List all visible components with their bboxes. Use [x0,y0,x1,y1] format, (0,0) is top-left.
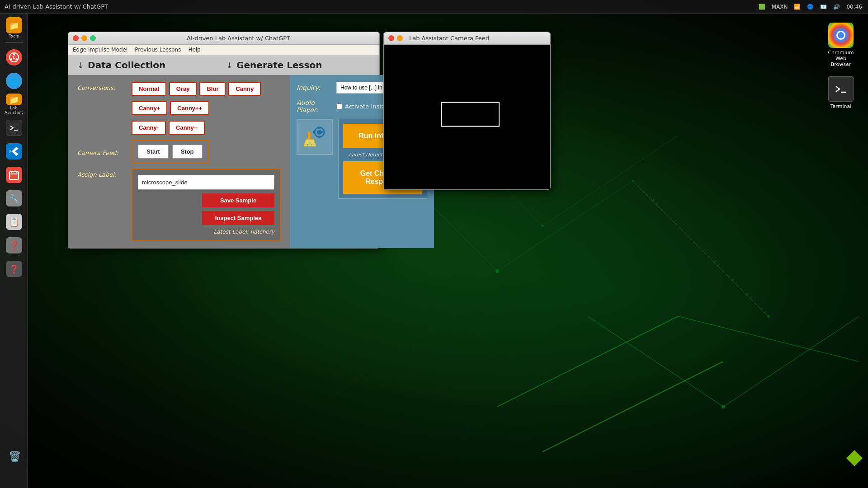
svg-point-17 [495,269,499,273]
desktop-icons: Chromium WebBrowser Terminal [823,23,859,109]
dock-item-browser[interactable]: 🌐 [3,70,25,92]
btn-canny-minus[interactable]: Canny- [132,121,166,135]
btn-canny[interactable]: Canny [228,82,261,96]
app-window: AI-driven Lab Assistant w/ ChatGPT Edge … [68,32,380,249]
time-display: 00:46 [845,4,863,10]
save-sample-btn[interactable]: Save Sample [202,193,274,207]
camera-window-title: Lab Assistant Camera Feed [409,35,489,42]
app-window-title: AI-driven Lab Assistant w/ ChatGPT [102,35,375,42]
svg-point-21 [541,225,544,227]
menu-help[interactable]: Help [188,47,200,53]
menu-previous-lessons[interactable]: Previous Lessons [135,47,181,53]
btn-canny-plus[interactable]: Canny+ [132,101,167,115]
svg-point-26 [10,58,12,60]
ubuntu-icon [6,49,22,66]
browser-icon: 🌐 [6,73,22,89]
activate-instant-play-checkbox[interactable] [336,103,342,109]
taskbar-right: 🟩 MAXN 📶 🔵 📧 🔊 00:46 [757,4,863,10]
svg-point-18 [632,180,634,182]
dock-label-lab: LabAssistant [5,106,23,115]
lab-icon-svg [299,121,330,153]
dock: 📁 Tools 🌐 📁 LabAssistant 🔧 📋 [0,14,28,488]
camera-minimize-btn[interactable] [397,35,403,41]
calendar-icon [6,167,22,183]
dock-item-vscode[interactable] [3,141,25,162]
settings-wrench-icon: 🔧 [6,190,22,206]
svg-point-45 [307,144,309,146]
conversions-row-1: Conversions: Normal Gray Blur Canny [77,82,281,96]
svg-point-24 [13,53,15,55]
bluetooth-icon: 🔵 [806,4,815,10]
desktop-icon-chromium[interactable]: Chromium WebBrowser [823,23,859,67]
dock-item-help[interactable]: ❓ [3,235,25,256]
taskbar-user: MAXN [770,4,789,10]
camera-feed-row: Camera Feed: Start Stop [77,140,281,163]
dock-item-terminal[interactable] [3,117,25,139]
btn-canny-plus-plus[interactable]: Canny++ [170,101,209,115]
terminal-desktop-icon [828,76,854,102]
notes-icon: 📋 [6,214,22,230]
window-minimize-btn[interactable] [81,35,87,41]
svg-line-13 [678,316,859,361]
svg-line-10 [316,316,452,407]
dock-separator-1 [5,42,23,43]
dock-item-help2[interactable]: ❓ [3,258,25,280]
dock-item-tools[interactable]: 📁 Tools [3,17,25,39]
conversions-label-empty2 [77,121,132,123]
svg-rect-29 [9,123,19,133]
dock-item-ubuntu[interactable] [3,47,25,68]
header-data-collection: ↓ Data Collection [77,60,222,70]
conversions-row-2: Canny+ Canny++ [77,101,281,115]
window-close-btn[interactable] [73,35,79,41]
dock-item-notes[interactable]: 📋 [3,211,25,233]
svg-rect-38 [318,127,321,128]
svg-line-28 [13,58,16,59]
data-collection-arrow: ↓ [77,61,84,70]
camera-start-btn[interactable]: Start [138,145,169,159]
svg-line-14 [542,361,723,452]
conversions-label: Conversions: [77,82,132,91]
generate-lesson-arrow: ↓ [226,61,233,70]
btn-canny-minus-minus[interactable]: Canny-- [169,121,205,135]
svg-point-25 [16,58,18,60]
btn-blur[interactable]: Blur [199,82,226,96]
svg-point-22 [722,405,725,408]
conversion-buttons-row2: Canny+ Canny++ [132,101,209,115]
terminal-desktop-label: Terminal [830,103,852,109]
terminal-icon [6,120,22,136]
app-panels: Conversions: Normal Gray Blur Canny Cann… [68,75,379,248]
camera-close-btn[interactable] [388,35,394,41]
svg-rect-41 [321,131,322,133]
svg-point-19 [767,315,770,318]
inquiry-label: Inquiry: [297,84,333,91]
svg-line-11 [452,316,588,407]
camera-stop-btn[interactable]: Stop [172,145,203,159]
clock-icon: 📧 [819,4,828,10]
inspect-samples-btn[interactable]: Inspect Samples [202,211,274,225]
app-header: ↓ Data Collection ↓ Generate Lesson [68,55,379,75]
svg-point-46 [309,142,311,144]
svg-rect-31 [9,172,19,179]
svg-rect-39 [318,136,321,137]
conversion-buttons-row3: Canny- Canny-- [132,121,205,135]
svg-line-3 [497,181,633,271]
menu-edge-impulse[interactable]: Edge Impulse Model [73,47,127,53]
taskbar-app-title: AI-driven Lab Assistant w/ ChatGPT [5,3,108,10]
dock-item-trash[interactable]: 🗑️ [5,447,24,465]
conversion-buttons-row1: Normal Gray Blur Canny [132,82,261,96]
label-input-field[interactable] [138,175,274,190]
desktop-icon-terminal[interactable]: Terminal [823,76,859,109]
latest-label-display: Latest Label: hatchery [138,229,274,235]
btn-gray[interactable]: Gray [169,82,197,96]
dock-item-settings[interactable]: 🔧 [3,188,25,209]
taskbar-top: AI-driven Lab Assistant w/ ChatGPT 🟩 MAX… [0,0,868,14]
window-maximize-btn[interactable] [90,35,96,41]
svg-line-8 [588,316,723,407]
svg-rect-42 [307,132,311,140]
nvidia-bottom-icon [846,450,863,466]
camera-feed-label: Camera Feed: [77,147,132,156]
btn-normal[interactable]: Normal [132,82,166,96]
lab-folder-icon: 📁 [6,94,22,105]
dock-item-calendar[interactable] [3,164,25,186]
dock-item-lab-assistant[interactable]: 📁 LabAssistant [3,94,25,115]
